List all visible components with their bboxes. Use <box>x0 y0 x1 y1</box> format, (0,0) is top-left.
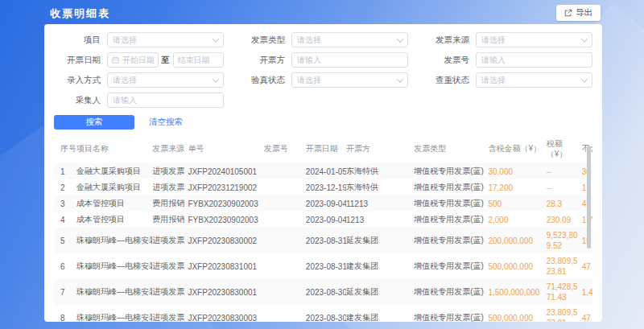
cell-tax: 71,428,571.43 <box>547 279 582 305</box>
cell-order_no: FYBX20230902003 <box>188 212 263 228</box>
invoice-no-field[interactable] <box>481 56 587 64</box>
start-date-input[interactable] <box>107 52 159 68</box>
cell-project: 成本管控项目 <box>76 212 152 228</box>
chevron-down-icon <box>581 35 588 42</box>
export-button[interactable]: 导出 <box>556 5 601 21</box>
verify-status-select[interactable]: 请选择 <box>291 72 408 88</box>
cell-source: 费用报销 <box>152 195 188 212</box>
entry-method-select[interactable]: 请选择 <box>107 72 224 88</box>
cell-invoice_no <box>264 253 306 279</box>
issuer-input[interactable] <box>291 52 408 68</box>
cell-date: 2023-08-30 <box>306 279 346 305</box>
column-header: 含税金额（¥） <box>488 134 546 163</box>
vertical-scrollbar[interactable] <box>587 146 591 249</box>
table-row: 8珠穆朗玛峰—电梯安装进项发票JXFP202308300032023-08-30… <box>54 305 592 322</box>
table-row: 2金融大厦采购项目进项发票JXFP202312190022023-12-19东海… <box>54 179 592 195</box>
table-row: 4成本管控项目费用报销FYBX202309020032023-09-041213… <box>54 212 592 228</box>
invoice-table: 序号项目名称发票来源单号发票号开票日期开票方发票类型含税金额（¥）税额（¥）不含… <box>54 134 592 322</box>
cell-amount_with_tax: 30,000 <box>488 163 546 179</box>
project-select[interactable]: 请选择 <box>107 32 224 47</box>
project-label: 项目 <box>54 35 101 46</box>
invoice-table-section: 序号项目名称发票来源单号发票号开票日期开票方发票类型含税金额（¥）税额（¥）不含… <box>54 134 592 322</box>
cell-type: 增值税专用发票(蓝) <box>414 163 488 179</box>
cell-no: 6 <box>54 253 76 279</box>
export-button-label: 导出 <box>576 7 592 19</box>
invoice-type-select[interactable]: 请选择 <box>291 32 408 47</box>
cell-amount_with_tax: 1,500,000,000 <box>488 279 546 305</box>
collector-field[interactable] <box>113 96 218 105</box>
end-date-input[interactable] <box>173 52 225 68</box>
invoice-type-select-placeholder: 请选择 <box>297 35 398 46</box>
cell-order_no: JXFP20231219002 <box>188 179 263 195</box>
start-date-field[interactable] <box>122 56 154 64</box>
invoice-date-label: 开票日期 <box>54 55 101 66</box>
cell-tax: 23,809,523.81 <box>547 305 582 322</box>
issuer-field[interactable] <box>297 56 402 64</box>
filter-field-entry-method: 录入方式 请选择 <box>54 72 224 88</box>
filter-field-collector: 采集人 <box>54 93 224 108</box>
cell-order_no: JXFP20230830001 <box>188 279 263 305</box>
invoice-source-select[interactable]: 请选择 <box>476 32 592 47</box>
filter-field-verify-status: 验真状态 请选择 <box>238 72 408 88</box>
cell-amount_with_tax: 500 <box>488 195 546 212</box>
cell-no: 8 <box>54 305 76 322</box>
cell-invoice_no <box>264 279 306 305</box>
issuer-label: 开票方 <box>238 55 285 66</box>
cell-type: 增值税专用发票(蓝) <box>414 279 488 305</box>
cell-amount_without_tax: 47 <box>582 253 592 279</box>
project-select-placeholder: 请选择 <box>113 35 213 46</box>
cell-date: 2023-09-04 <box>306 212 346 228</box>
cell-amount_with_tax: 2,000 <box>488 212 546 228</box>
cell-invoice_no <box>264 228 306 253</box>
cell-no: 4 <box>54 212 76 228</box>
filter-field-invoice-no: 发票号 <box>423 52 592 68</box>
cell-tax: -- <box>547 179 582 195</box>
filter-form: 项目 请选择 发票类型 请选择 发票来源 请选择 开票日期 <box>44 24 602 108</box>
cell-order_no: JXFP20230830003 <box>188 305 263 322</box>
table-header-row: 序号项目名称发票来源单号发票号开票日期开票方发票类型含税金额（¥）税额（¥）不含… <box>54 134 592 163</box>
duplicate-status-label: 查重状态 <box>423 75 469 86</box>
table-row: 3成本管控项目费用报销FYBX202309020032023-09-041121… <box>54 195 592 212</box>
filter-field-invoice-date: 开票日期 至 <box>54 52 224 68</box>
cell-tax: -- <box>547 163 582 179</box>
cell-source: 进项发票 <box>152 179 188 195</box>
cell-invoice_no <box>264 305 306 322</box>
collector-input[interactable] <box>107 93 224 108</box>
column-header: 开票日期 <box>306 134 346 163</box>
clear-search-button[interactable]: 清空搜索 <box>149 117 183 128</box>
cell-order_no: JXFP20230830002 <box>188 228 263 253</box>
cell-project: 珠穆朗玛峰—电梯安装 <box>76 305 152 322</box>
invoice-date-range: 至 <box>107 52 224 68</box>
cell-no: 2 <box>54 179 76 195</box>
cell-date: 2023-09-04 <box>306 195 346 212</box>
cell-amount_with_tax: 500,000,000 <box>488 305 546 322</box>
cell-project: 金融大厦采购项目 <box>76 163 152 179</box>
cell-order_no: JXFP20240105001 <box>188 163 263 179</box>
invoice-source-label: 发票来源 <box>423 35 469 46</box>
cell-issuer: 延发集团 <box>346 228 414 253</box>
cell-invoice_no <box>264 195 306 212</box>
collector-label: 采集人 <box>54 95 101 106</box>
column-header: 发票类型 <box>414 134 488 163</box>
cell-invoice_no <box>264 179 306 195</box>
cell-issuer: 建发集团 <box>346 305 414 322</box>
table-body: 1金融大厦采购项目进项发票JXFP202401050012024-01-05东海… <box>54 163 592 322</box>
cell-issuer: 东海特供 <box>346 179 414 195</box>
chevron-down-icon <box>581 76 588 82</box>
table-viewport: 序号项目名称发票来源单号发票号开票日期开票方发票类型含税金额（¥）税额（¥）不含… <box>54 134 592 322</box>
cell-source: 进项发票 <box>152 279 188 305</box>
cell-issuer: 延发集团 <box>346 279 414 305</box>
cell-source: 进项发票 <box>152 305 188 322</box>
cell-tax: 23,809,523.81 <box>547 253 582 279</box>
duplicate-status-select[interactable]: 请选择 <box>476 72 592 88</box>
cell-amount_with_tax: 200,000,000 <box>488 228 546 253</box>
search-button[interactable]: 搜索 <box>54 115 134 130</box>
invoice-no-input[interactable] <box>476 52 592 68</box>
cell-amount_without_tax: 1,4 <box>582 279 592 305</box>
table-row: 6珠穆朗玛峰—电梯安装进项发票JXFP202308310012023-08-31… <box>54 253 592 279</box>
entry-method-label: 录入方式 <box>54 75 101 86</box>
calendar-icon <box>112 56 119 64</box>
cell-tax: 28.3 <box>547 195 582 212</box>
cell-project: 珠穆朗玛峰—电梯安装 <box>76 253 152 279</box>
end-date-field[interactable] <box>178 56 220 64</box>
